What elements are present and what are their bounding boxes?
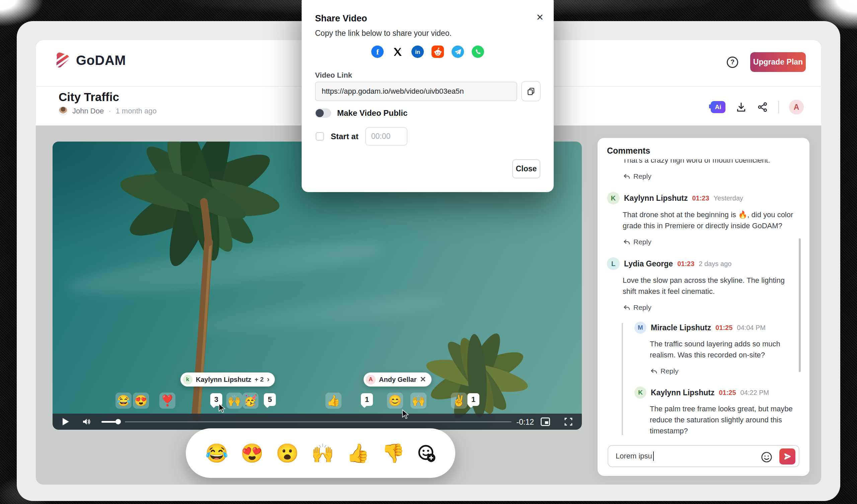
comments-panel: Comments That's a crazy high word of mou… [598,138,809,476]
volume-slider[interactable] [101,421,118,423]
make-public-label: Make Video Public [337,108,407,118]
social-share-row: f in [302,46,554,58]
add-reaction-icon[interactable] [417,444,436,463]
comments-list[interactable]: That's a crazy high word of mouth coeffi… [607,159,796,435]
reaction-chip[interactable]: ✌️ [451,392,467,409]
share-icon[interactable] [757,101,768,113]
comment-timestamp[interactable]: 01:23 [677,260,694,268]
upgrade-plan-button[interactable]: Upgrade Plan [750,52,806,72]
reply-icon [623,304,631,312]
close-icon[interactable]: ✕ [420,375,426,384]
emoji-raised-hands[interactable]: 🙌 [311,444,334,463]
comment-timestamp[interactable]: 01:25 [716,324,733,332]
start-time-input[interactable] [365,127,407,146]
emoji-surprised[interactable]: 😮 [276,444,299,463]
toolbar-divider [778,101,779,114]
toggle-knob [316,109,324,117]
reaction-count-badge[interactable]: 1 [361,393,373,406]
comments-scrollbar[interactable] [799,238,801,372]
play-icon[interactable] [63,418,69,425]
time-remaining: -0:12 [517,418,534,427]
reply-button[interactable]: Reply [623,304,652,312]
mouse-cursor [218,403,226,413]
avatar: M [634,322,646,334]
seek-bar[interactable] [125,421,511,422]
reply-thread: M Miracle Lipshutz 01:25 04:04 PM The tr… [622,322,796,435]
volume-knob[interactable] [116,419,121,424]
avatar: L [607,257,620,270]
author-avatar [58,106,68,116]
close-modal-button[interactable]: Close [512,159,540,179]
copy-link-button[interactable] [521,81,541,101]
download-icon[interactable] [736,101,747,113]
viewer-initial: k [183,375,192,385]
facebook-icon[interactable]: f [371,46,384,58]
send-icon [783,452,792,461]
reaction-chip[interactable]: 🙌 [226,392,242,409]
comment: L Lydia George 01:23 2 days ago Love the… [607,257,796,435]
video-toolbar: Ai A [711,100,804,115]
reaction-chip[interactable]: 😂 [116,392,132,409]
author-name: John Doe [72,107,104,116]
emoji-thumbs-up[interactable]: 👍 [347,444,370,463]
reply-button[interactable]: Reply [650,367,678,375]
reaction-count-badge[interactable]: 1 [467,393,480,406]
reddit-icon[interactable] [432,46,444,58]
telegram-icon[interactable] [452,46,464,58]
comment-timestamp[interactable]: 01:25 [719,389,736,397]
emoji-laugh[interactable]: 😂 [205,444,228,463]
ai-chat-icon[interactable]: Ai [711,101,725,113]
copy-icon [526,87,536,96]
whatsapp-icon[interactable] [472,46,484,58]
video-link-input[interactable] [315,82,517,101]
chevron-right-icon[interactable]: › [267,375,269,384]
emoji-thumbs-down[interactable]: 👎 [382,444,405,463]
reaction-chip[interactable]: 👍 [325,392,341,409]
reply-button[interactable]: Reply [623,238,652,246]
send-comment-button[interactable] [779,449,795,465]
emoji-heart-eyes[interactable]: 😍 [241,444,264,463]
text-caret [653,452,654,461]
start-at-checkbox[interactable] [316,132,324,140]
x-twitter-icon[interactable] [391,46,404,58]
reaction-chip[interactable]: 😊 [387,392,403,409]
modal-close-icon[interactable]: ✕ [536,12,544,23]
comment-text: Love the slow pan across the skyline. Th… [623,275,796,297]
linkedin-icon[interactable]: in [411,46,424,58]
player-controls: -0:12 [53,414,582,430]
reply-button[interactable]: Reply [623,172,652,180]
reply-icon [623,238,631,246]
start-at-label: Start at [331,132,358,141]
comments-title: Comments [607,146,650,156]
pip-icon[interactable] [540,417,550,426]
make-public-toggle[interactable] [315,108,331,118]
reaction-count-badge[interactable]: 5 [264,393,276,406]
brand[interactable]: GoDAM [53,52,126,69]
reaction-chip[interactable]: 🙌 [410,392,426,409]
comment-text-clipped: That's a crazy high word of mouth coeffi… [623,159,796,166]
fullscreen-icon[interactable] [564,417,573,426]
comment-input[interactable]: Lorem ipsu [608,445,800,467]
video-link-label: Video Link [315,71,352,80]
viewer-tag-kaylynn[interactable]: k Kaylynn Lipshutz + 2 › [181,372,275,387]
avatar: K [634,387,646,399]
reply-icon [650,367,658,375]
page-title: City Traffic [58,90,119,104]
comment-timestamp[interactable]: 01:23 [692,195,709,202]
comment: M Miracle Lipshutz 01:25 04:04 PM The tr… [634,322,796,375]
viewer-tag-andy[interactable]: A Andy Gellar ✕ [364,372,432,387]
comment-text: The palm tree frame looks great, but may… [650,403,796,435]
user-avatar[interactable]: A [789,100,804,115]
svg-text:f: f [376,48,379,56]
svg-text:in: in [415,49,420,55]
reaction-chip[interactable]: 😍 [133,392,149,409]
reaction-chip[interactable]: 🥳 [242,392,258,409]
volume-icon[interactable] [81,417,91,427]
byline: John Doe · 1 month ago [58,106,157,116]
viewer-initial: A [366,375,375,385]
emoji-picker-icon[interactable] [760,451,773,463]
help-icon[interactable]: ? [727,56,738,68]
reaction-chip[interactable]: ❣️ [159,392,175,409]
mouse-cursor [401,409,410,419]
brand-name: GoDAM [76,53,126,68]
